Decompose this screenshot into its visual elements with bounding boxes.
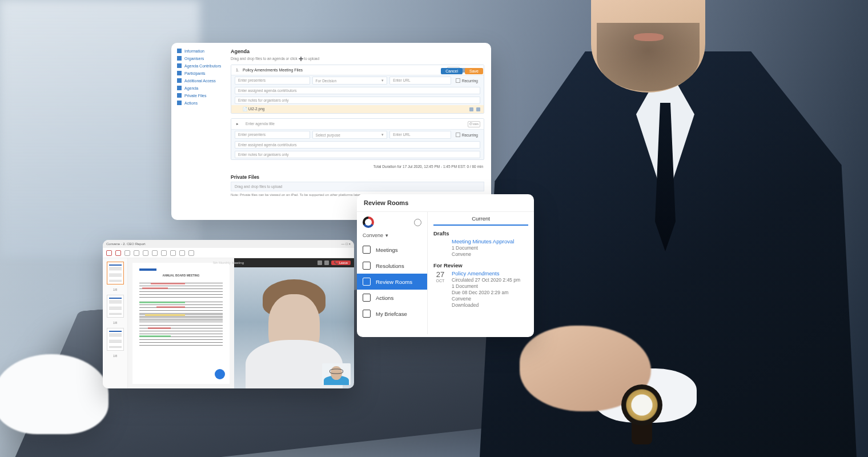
red-highlight <box>151 283 185 284</box>
red-highlight <box>142 287 168 289</box>
item-date: 27 OCT <box>433 270 447 308</box>
leave-button[interactable]: 📞 Leave <box>331 260 351 265</box>
side-participants[interactable]: Participants <box>177 71 224 75</box>
shape-icon[interactable] <box>188 250 194 256</box>
agenda-item: ▸ Enter agenda title ⏱ min Enter present… <box>231 118 484 160</box>
side-label: Agenda <box>184 86 198 90</box>
key-icon <box>177 78 182 83</box>
review-rooms-panel: Review Rooms Convene ▾ Meetings Resoluti… <box>357 194 534 337</box>
wristwatch <box>621 384 662 426</box>
review-title: Policy Amendments <box>452 270 520 276</box>
presenters-input[interactable]: Enter presenters <box>235 131 310 139</box>
recurring-checkbox[interactable]: Recurring <box>453 77 480 85</box>
side-actions[interactable]: Actions <box>177 101 224 105</box>
side-agenda-contributors[interactable]: Agenda Contributors <box>177 63 224 68</box>
check-icon <box>363 294 371 302</box>
globe-icon[interactable] <box>414 219 421 226</box>
briefcase-icon <box>363 310 371 318</box>
menu-my-briefcase[interactable]: My Briefcase <box>357 306 427 322</box>
text-icon[interactable] <box>124 250 130 256</box>
hand-icon[interactable] <box>115 250 121 256</box>
section-for-review: For Review <box>433 262 528 268</box>
lock-icon <box>177 93 182 98</box>
pointer-icon[interactable] <box>106 250 112 256</box>
purpose-select[interactable]: For Decision▾ <box>312 77 388 85</box>
purpose-select[interactable]: Select purpose▾ <box>312 131 388 139</box>
contributors-input[interactable]: Enter assigned agenda contributors <box>235 141 480 149</box>
save-button[interactable]: Save <box>465 68 483 74</box>
side-private-files[interactable]: Private Files <box>177 93 224 98</box>
page-thumbnails: 1/8 1/8 1/8 <box>103 258 128 388</box>
item-title-input[interactable]: Enter agenda title <box>243 121 465 127</box>
annotation-toolbar <box>103 248 354 258</box>
side-information[interactable]: Information <box>177 49 224 53</box>
info-icon <box>177 49 182 53</box>
page-thumbnail[interactable] <box>107 295 124 318</box>
highlight-icon[interactable] <box>179 250 185 256</box>
side-organisers[interactable]: Organisers <box>177 56 224 61</box>
note-icon[interactable] <box>134 250 139 256</box>
review-item[interactable]: 27 OCT Policy Amendments Circulated 27 O… <box>433 270 528 308</box>
side-label: Actions <box>184 101 198 105</box>
lock-icon[interactable] <box>469 107 473 111</box>
agenda-panel: Information Organisers Agenda Contributo… <box>171 43 491 220</box>
recurring-checkbox[interactable]: Recurring <box>453 131 480 139</box>
video-call-pane: 5th Monthly Meeting 📞 Leave <box>234 258 354 388</box>
presenters-input[interactable]: Enter presenters <box>235 77 310 85</box>
floating-action-button[interactable] <box>215 369 225 379</box>
side-label: Information <box>184 49 204 53</box>
users-icon <box>177 56 182 61</box>
sign-icon[interactable] <box>161 250 167 256</box>
private-files-dropzone[interactable]: Drag and drop files to upload <box>231 182 484 191</box>
minutes-input[interactable]: ⏱ min <box>468 121 480 127</box>
tab-current[interactable]: Current <box>433 215 528 226</box>
item-number: ▸ <box>235 122 240 126</box>
document-viewport[interactable]: ANNUAL BOARD MEETING <box>128 258 234 388</box>
stamp-icon[interactable] <box>152 250 158 256</box>
mic-icon[interactable] <box>318 260 322 265</box>
review-main: Current Drafts Meeting Minutes Approval … <box>428 212 534 334</box>
agenda-main: Agenda Drag and drop files to an agenda … <box>224 43 491 220</box>
bg-coffee-cup <box>0 354 108 434</box>
document-video-panel: Convene - 2. CEO Report — □ × 1/8 1/8 1/… <box>103 240 354 388</box>
item-number: 1. <box>235 68 240 72</box>
notes-input[interactable]: Enter notes for organisers only <box>235 97 480 104</box>
draft-item[interactable]: Meeting Minutes Approval 1 Document Conv… <box>433 238 528 258</box>
menu-review-rooms[interactable]: Review Rooms <box>357 274 427 290</box>
circulated-date: Circulated 27 Oct 2020 2:45 pm <box>452 277 520 283</box>
notes-input[interactable]: Enter notes for organisers only <box>235 151 480 158</box>
draft-title: Meeting Minutes Approval <box>452 238 514 244</box>
page-thumbnail[interactable] <box>107 328 124 351</box>
convene-logo <box>363 217 374 228</box>
side-agenda[interactable]: Agenda <box>177 86 224 90</box>
check-icon <box>177 101 182 105</box>
item-title[interactable]: Policy Amendments Meeting Files <box>243 68 445 72</box>
self-view[interactable] <box>322 363 351 385</box>
pen-icon[interactable] <box>170 250 176 256</box>
thumb-label: 1/8 <box>113 288 117 291</box>
list-icon <box>177 86 182 90</box>
camera-icon[interactable] <box>324 260 329 265</box>
attached-file[interactable]: 📄 UI2-2.png <box>231 105 484 113</box>
red-highlight <box>156 306 185 308</box>
page-thumbnail[interactable] <box>107 262 124 284</box>
document-page: ANNUAL BOARD MEETING <box>132 263 230 384</box>
doc-count: 1 Document <box>452 283 520 289</box>
delete-icon[interactable] <box>476 107 480 111</box>
window-controls[interactable]: — □ × <box>341 242 351 246</box>
clipboard-icon[interactable] <box>143 250 148 256</box>
url-input[interactable]: Enter URL <box>389 77 451 85</box>
review-sidebar: Convene ▾ Meetings Resolutions Review Ro… <box>357 212 428 334</box>
users-icon <box>177 71 182 75</box>
menu-actions[interactable]: Actions <box>357 290 427 306</box>
menu-meetings[interactable]: Meetings <box>357 242 427 258</box>
url-input[interactable]: Enter URL <box>389 131 451 139</box>
menu-resolutions[interactable]: Resolutions <box>357 258 427 274</box>
chevron-down-icon: ▾ <box>381 133 384 137</box>
cancel-button[interactable]: Cancel <box>441 68 463 74</box>
side-additional-access[interactable]: Additional Access <box>177 78 224 83</box>
draft-doc-count: 1 Document <box>452 245 514 251</box>
org-selector[interactable]: Convene ▾ <box>357 232 427 242</box>
contributors-input[interactable]: Enter assigned agenda contributors <box>235 87 480 94</box>
thumb-label: 1/8 <box>113 321 117 324</box>
